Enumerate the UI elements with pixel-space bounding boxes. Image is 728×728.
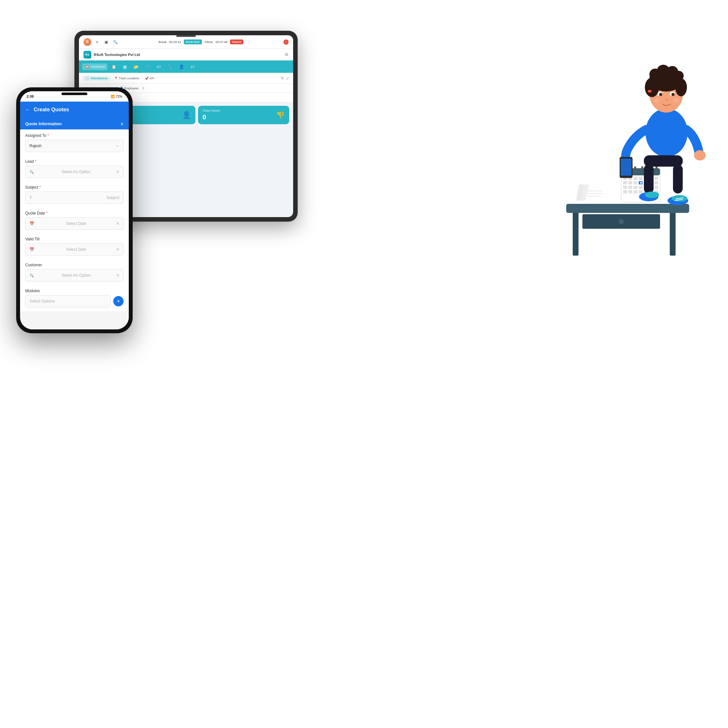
nav-icon-8[interactable]: 👤: [176, 63, 187, 70]
phone-body: Quote Information ∧ Assigned To * Rajesh…: [20, 118, 129, 329]
modules-add-button[interactable]: +: [113, 296, 124, 306]
modules-row: Select Options +: [25, 295, 124, 311]
plus-icon: +: [117, 298, 120, 305]
nav-icon-6[interactable]: 🏷: [154, 63, 164, 70]
customer-clear-icon[interactable]: ✕: [116, 273, 119, 278]
svg-point-60: [674, 71, 684, 81]
nav-icon-7[interactable]: 🔧: [165, 63, 175, 70]
valid-till-placeholder: Select Date: [66, 247, 86, 252]
calendar-icon-quote: 📅: [29, 221, 34, 226]
notification-badge[interactable]: 1: [283, 40, 289, 44]
person-illustration: [557, 42, 718, 262]
qr-icon[interactable]: ▣: [103, 39, 109, 45]
phone-device: 2:38 📶 72% ← Create Quotes Quote Informa…: [16, 87, 133, 333]
quote-date-field[interactable]: 📅 Select Date ✕: [25, 217, 124, 230]
quote-date-placeholder: Select Date: [66, 221, 86, 226]
section-header: Quote Information ∧: [20, 118, 129, 129]
nav-icon-5[interactable]: 🛒: [142, 63, 153, 70]
nav-icon-2[interactable]: 📋: [109, 63, 119, 70]
svg-rect-43: [633, 190, 638, 193]
company-bar: RS RSoft Technologies Pvt Ltd ⚙: [79, 49, 293, 61]
tablet-notch: [176, 35, 196, 37]
search-icon[interactable]: 🔍: [112, 39, 118, 45]
subnav-attendances[interactable]: 🕐 Attendances: [83, 76, 110, 81]
customer-field[interactable]: 🔍 Select An Option ✕: [25, 269, 124, 281]
svg-rect-61: [648, 90, 652, 93]
absent-icon: 👎: [276, 111, 285, 119]
svg-rect-36: [633, 186, 638, 189]
today-absent-info: Today Absent 0: [203, 109, 220, 121]
battery-label: 72%: [116, 95, 122, 98]
refresh-icon[interactable]: ↻: [281, 76, 284, 81]
clock-icon: 🕐: [86, 77, 89, 80]
svg-rect-35: [629, 186, 632, 189]
svg-rect-3: [670, 230, 676, 255]
illustration: [531, 42, 718, 275]
nav-dashboard[interactable]: 🏠 Dashboard: [82, 63, 107, 70]
user-avatar: R: [84, 38, 91, 46]
svg-point-67: [654, 98, 660, 102]
nav-icon-4[interactable]: 📁: [131, 63, 141, 70]
modules-field[interactable]: Select Options: [25, 295, 111, 307]
dayout-button[interactable]: Dayout: [230, 40, 243, 44]
nav-icon-9[interactable]: 🏷: [188, 63, 197, 70]
svg-rect-41: [623, 190, 627, 193]
subnav-track[interactable]: 📍 Track Locations: [112, 76, 141, 81]
svg-rect-28: [629, 181, 632, 184]
hamburger-icon[interactable]: ≡: [94, 39, 100, 45]
svg-marker-9: [586, 184, 605, 200]
subnav-kpi[interactable]: 🚀 KPI: [143, 76, 156, 81]
modules-placeholder: Select Options: [29, 299, 55, 303]
tablet-topbar-right: 1: [283, 40, 289, 44]
section-chevron-icon[interactable]: ∧: [120, 121, 124, 126]
svg-rect-71: [621, 159, 632, 176]
subject-field[interactable]: Ŧ Subject: [25, 191, 124, 204]
subnav-track-label: Track Locations: [119, 77, 139, 80]
svg-rect-74: [644, 164, 654, 193]
break-label: Break : 00:20:41: [159, 40, 181, 44]
svg-point-68: [673, 98, 679, 102]
quote-date-clear-icon[interactable]: ✕: [116, 221, 119, 226]
svg-point-50: [645, 109, 688, 157]
svg-rect-4: [566, 204, 689, 213]
more-options[interactable]: !: [143, 86, 144, 90]
settings-icon[interactable]: ⚙: [285, 52, 289, 57]
valid-till-field[interactable]: 📅 Select Date ✕: [25, 243, 124, 255]
valid-till-clear-icon[interactable]: ✕: [116, 247, 119, 252]
fullscreen-icon[interactable]: ⤢: [286, 76, 289, 81]
assigned-to-field[interactable]: Rajesh →: [25, 140, 124, 152]
subnav-attendances-label: Attendances: [90, 77, 108, 80]
svg-rect-19: [656, 166, 658, 171]
phone-frame: 2:38 📶 72% ← Create Quotes Quote Informa…: [16, 87, 133, 333]
lead-field[interactable]: 🔍 Select An Option ✕: [25, 166, 124, 178]
subnav-kpi-label: KPI: [150, 77, 154, 80]
lead-placeholder: Select An Option: [61, 170, 90, 174]
nav-icon-3[interactable]: ▦: [120, 63, 129, 70]
customer-placeholder: Select An Option: [61, 273, 90, 278]
break-start-button[interactable]: Break Start: [184, 40, 202, 44]
subject-placeholder: Subject: [107, 196, 119, 200]
tablet-topbar-center: Break : 00:20:41 Break Start Intime : 05…: [159, 40, 243, 44]
svg-rect-34: [623, 186, 627, 189]
tablet-topbar: R ≡ ▣ 🔍 Break : 00:20:41 Break Start Int…: [79, 35, 293, 49]
section-title: Quote Information: [25, 121, 62, 126]
back-button[interactable]: ←: [25, 107, 31, 113]
phone-screen: 2:38 📶 72% ← Create Quotes Quote Informa…: [20, 91, 129, 329]
customer-search-icon: 🔍: [29, 274, 34, 278]
svg-rect-16: [634, 166, 636, 171]
company-name: RSoft Technologies Pvt Ltd: [94, 53, 140, 57]
lead-clear-icon[interactable]: ✕: [116, 170, 119, 174]
svg-rect-33: [654, 181, 658, 184]
lead-label: Lead *: [25, 155, 124, 166]
tablet-subnav: 🕐 Attendances 📍 Track Locations 🚀 KPI ↻ …: [79, 73, 293, 84]
svg-rect-75: [673, 164, 683, 193]
intime-label: Intime : 05:07:48: [205, 40, 228, 44]
today-absent-label: Today Absent: [203, 109, 220, 112]
home-icon: 🏠: [85, 65, 89, 69]
svg-point-72: [694, 150, 706, 161]
phone-notch: [61, 93, 87, 95]
svg-point-77: [645, 191, 659, 198]
calendar-icon-valid: 📅: [29, 247, 34, 252]
assigned-to-value: Rajesh: [29, 144, 41, 148]
today-absent-card: Today Absent 0 👎: [198, 106, 289, 124]
